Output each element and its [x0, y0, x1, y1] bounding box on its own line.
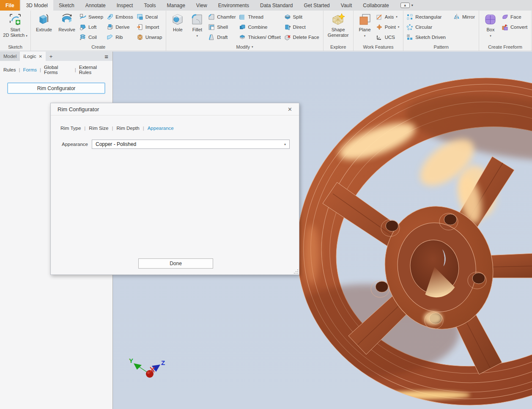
thread-icon — [239, 14, 246, 20]
mirror-button[interactable]: Mirror — [452, 12, 477, 22]
freeform-convert-button[interactable]: Convert — [500, 22, 529, 32]
draft-button[interactable]: Draft — [207, 32, 238, 42]
menu-tab-environments[interactable]: Environments — [213, 0, 255, 11]
import-icon — [137, 24, 143, 30]
link-forms[interactable]: Forms — [23, 67, 37, 72]
loft-button[interactable]: Loft — [78, 22, 105, 32]
appearance-dropdown[interactable]: Copper - Polished ▾ — [92, 140, 290, 149]
group-label-explore[interactable]: Explore — [325, 43, 351, 51]
dialog-title: Rim Configurator — [58, 106, 99, 113]
group-label-pattern[interactable]: Pattern — [405, 43, 477, 51]
emboss-button[interactable]: Emboss — [105, 12, 135, 22]
import-button[interactable]: Import — [135, 22, 165, 32]
sweep-button[interactable]: Sweep — [78, 12, 105, 22]
mirror-icon — [453, 14, 460, 20]
dialog-resize-grip[interactable] — [294, 269, 298, 274]
revolve-button[interactable]: Revolve — [55, 11, 78, 33]
link-global-forms[interactable]: Global Forms — [44, 65, 72, 75]
delete-face-button[interactable]: Delete Face — [283, 32, 321, 42]
direct-button[interactable]: Direct — [283, 22, 321, 32]
ilogic-link-bar: Rules | Forms | Global Forms | External … — [0, 61, 112, 78]
coil-button[interactable]: Coil — [78, 32, 105, 42]
group-label-create[interactable]: Create — [33, 43, 164, 51]
add-panel-tab-button[interactable]: + — [46, 52, 57, 61]
thicken-offset-button[interactable]: Thicken/ Offset — [238, 32, 282, 42]
group-label-modify[interactable]: Modify▾ — [168, 43, 321, 51]
menu-tab-get-started[interactable]: Get Started — [298, 0, 335, 11]
coil-icon — [80, 34, 86, 41]
dialog-tab-rim-size[interactable]: Rim Size — [89, 126, 108, 131]
chamfer-button[interactable]: Chamfer — [207, 12, 238, 22]
unwrap-button[interactable]: Unwrap — [135, 32, 165, 42]
ribbon-group-sketch: Start 2D Sketch ▾ Sketch — [0, 11, 31, 51]
close-icon[interactable]: ✕ — [38, 54, 42, 59]
rectangular-pattern-icon — [406, 14, 413, 20]
split-button[interactable]: Split — [283, 12, 321, 22]
menu-tab-3d-model[interactable]: 3D Model — [21, 0, 53, 11]
dialog-tab-appearance[interactable]: Appearance — [148, 126, 174, 131]
freeform-face-button[interactable]: Face — [500, 12, 529, 22]
close-icon[interactable]: ✕ — [288, 106, 292, 113]
menu-tab-sketch[interactable]: Sketch — [53, 0, 80, 11]
derive-button[interactable]: Derive — [105, 22, 135, 32]
ribbon-collapse-control[interactable]: ▲ ▾ — [400, 0, 413, 11]
menu-tab-manage[interactable]: Manage — [161, 0, 190, 11]
rib-button[interactable]: Rib — [105, 32, 135, 42]
dialog-tab-rim-type[interactable]: Rim Type — [60, 126, 81, 131]
group-label-create-freeform[interactable]: Create Freeform — [481, 43, 529, 51]
menu-tab-collaborate[interactable]: Collaborate — [357, 0, 394, 11]
shell-button[interactable]: Shell — [207, 22, 238, 32]
ucs-button[interactable]: UCS — [375, 32, 402, 42]
ribbon-group-modify: Hole Fillet▾ Chamfer — [166, 11, 323, 51]
chevron-down-icon: ▾ — [398, 25, 400, 29]
menu-tab-annotate[interactable]: Annotate — [80, 0, 111, 11]
appearance-field-row: Appearance Copper - Polished ▾ — [62, 140, 299, 149]
shape-generator-button[interactable]: ShapeGenerator — [325, 11, 351, 38]
fillet-button[interactable]: Fillet▾ — [187, 11, 207, 38]
axis-icon — [376, 14, 383, 20]
point-button[interactable]: Point▾ — [375, 22, 402, 32]
appearance-field-label: Appearance — [62, 142, 92, 147]
axis-button[interactable]: Axis▾ — [375, 12, 402, 22]
extrude-button[interactable]: Extrude — [33, 11, 55, 33]
rectangular-pattern-button[interactable]: Rectangular — [405, 12, 448, 22]
menu-tab-view[interactable]: View — [191, 0, 213, 11]
shape-generator-icon — [331, 13, 346, 26]
combine-icon — [239, 24, 246, 30]
delete-face-icon — [284, 34, 291, 41]
chevron-down-icon: ▾ — [284, 143, 286, 146]
decal-button[interactable]: Decal — [135, 12, 165, 22]
hole-button[interactable]: Hole — [168, 11, 187, 33]
rim-configurator-form-button[interactable]: Rim Configurator — [7, 82, 105, 94]
menubar: File 3D Model Sketch Annotate Inspect To… — [0, 0, 532, 11]
decal-icon — [137, 14, 143, 20]
chevron-down-icon: ▾ — [396, 15, 398, 19]
freeform-box-button[interactable]: Box▾ — [481, 11, 500, 38]
inventor-window: File 3D Model Sketch Annotate Inspect To… — [0, 0, 532, 409]
plane-button[interactable]: Plane▾ — [355, 11, 375, 38]
dialog-title-bar[interactable]: Rim Configurator ✕ — [51, 103, 299, 115]
link-external-rules[interactable]: External Rules — [79, 65, 109, 75]
menu-tab-file[interactable]: File — [0, 0, 20, 11]
group-label-sketch[interactable]: Sketch — [2, 43, 29, 51]
sketch-driven-pattern-button[interactable]: Sketch Driven — [405, 32, 448, 42]
menu-tab-data-standard[interactable]: Data Standard — [255, 0, 298, 11]
dialog-tab-rim-depth[interactable]: Rim Depth — [116, 126, 139, 131]
done-button[interactable]: Done — [138, 258, 213, 269]
menu-tab-tools[interactable]: Tools — [138, 0, 161, 11]
hamburger-menu-icon[interactable]: ≡ — [100, 52, 112, 61]
chevron-down-icon: ▾ — [490, 34, 491, 37]
menu-tab-vault[interactable]: Vault — [335, 0, 357, 11]
circular-pattern-button[interactable]: Circular — [405, 22, 448, 32]
panel-tab-ilogic[interactable]: iLogic ✕ — [20, 52, 45, 61]
start-2d-sketch-icon — [8, 13, 22, 26]
thicken-offset-icon — [239, 34, 246, 41]
combine-button[interactable]: Combine — [238, 22, 282, 32]
start-2d-sketch-button[interactable]: Start 2D Sketch ▾ — [2, 11, 29, 38]
group-label-work-features[interactable]: Work Features — [355, 43, 402, 51]
chevron-down-icon: ▾ — [411, 3, 413, 7]
thread-button[interactable]: Thread — [238, 12, 282, 22]
panel-tab-model[interactable]: Model — [0, 52, 20, 61]
link-rules[interactable]: Rules — [3, 67, 16, 72]
menu-tab-inspect[interactable]: Inspect — [111, 0, 139, 11]
